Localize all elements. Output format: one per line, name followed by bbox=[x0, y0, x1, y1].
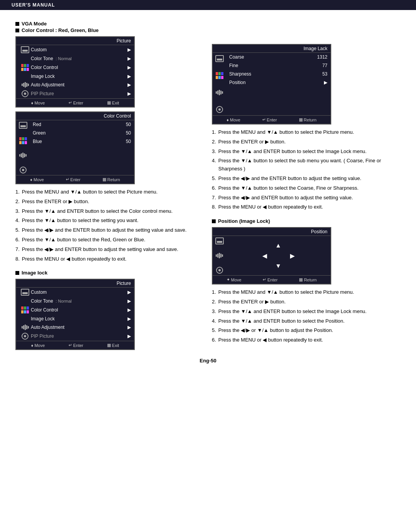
instruction-item: 1.Press the MENU and ▼/▲ button to selec… bbox=[212, 128, 401, 136]
position-title: Position (Image Lock) bbox=[212, 218, 401, 224]
menu-item-sharpness[interactable]: Sharpness 53 bbox=[226, 70, 330, 78]
instruction-item: 5.Press the ◀/▶ and the ENTER button to … bbox=[212, 175, 401, 183]
instruction-item: 1.Press the MENU and ▼/▲ button to selec… bbox=[15, 188, 200, 196]
menu-item-pip-picture-2[interactable]: PIP Picture ▶ bbox=[16, 332, 134, 341]
picture-icon-5 bbox=[214, 237, 225, 244]
position-menu-title: Position bbox=[213, 228, 330, 236]
menu-item-color-control[interactable]: Color Control ▶ bbox=[16, 63, 134, 72]
instruction-item: 6.Press the ▼/▲ button to select the Red… bbox=[15, 236, 200, 244]
menu-item-custom-2[interactable]: Custom ▶ bbox=[16, 288, 134, 297]
position-menu-box: Position bbox=[212, 227, 331, 285]
picture-icon-2 bbox=[17, 122, 29, 129]
left-column: VGA Mode Color Control : Red, Green, Blu… bbox=[15, 21, 200, 354]
menu-item-green[interactable]: Green 50 bbox=[30, 129, 134, 137]
color-icon-4 bbox=[214, 71, 225, 80]
instruction-item: 1.Press the MENU and ▼/▲ button to selec… bbox=[212, 288, 401, 296]
picture-icon bbox=[19, 46, 31, 53]
position-down-arrow[interactable]: ▼ bbox=[275, 263, 282, 269]
sound-icon-2 bbox=[17, 153, 29, 158]
instruction-item: 2.Press the ENTER or ▶ button. bbox=[212, 138, 401, 146]
color-control-instructions: 1.Press the MENU and ▼/▲ button to selec… bbox=[15, 188, 200, 263]
setup-icon bbox=[19, 90, 31, 97]
right-column: Image Lack bbox=[212, 21, 401, 354]
image-lack-menu-box: Image Lack bbox=[212, 44, 331, 125]
instruction-item: 3.Press the ▼/▲ and ENTER button to sele… bbox=[212, 308, 401, 316]
sound-icon bbox=[19, 82, 31, 88]
instruction-item: 7.Press the ◀/▶ and ENTER button to adju… bbox=[15, 246, 200, 254]
setup-icon-2 bbox=[17, 167, 29, 173]
instruction-item: 2.Press the ENTER or ▶ button. bbox=[212, 298, 401, 306]
color-icon bbox=[19, 64, 31, 71]
page: USER'S MANUAL VGA Mode Color Control : R… bbox=[0, 0, 416, 532]
sound-icon-5 bbox=[214, 253, 225, 258]
menu-item-image-lock-2[interactable]: Image Lock ▶ bbox=[16, 315, 134, 323]
setup-icon-5 bbox=[214, 267, 225, 274]
picture-menu-title: Picture bbox=[16, 37, 134, 45]
instruction-item: 7.Press the ◀/▶ and ENTER button to adju… bbox=[212, 194, 401, 202]
menu-item-color-control-2[interactable]: Color Control ▶ bbox=[16, 305, 134, 315]
instruction-item: 6.Press the MENU or ◀ button repeatedly … bbox=[212, 336, 401, 344]
instruction-item: 4.Press the ▼/▲ and ENTER button to sele… bbox=[212, 317, 401, 325]
bullet2 bbox=[15, 29, 19, 32]
header-bar: USER'S MANUAL bbox=[0, 0, 416, 10]
menu-item-position[interactable]: Position ▶ bbox=[226, 78, 330, 87]
menu-item-blue[interactable]: Blue 50 bbox=[30, 137, 134, 146]
color-control-footer: ♦ Move ↵ Enter ▦ Return bbox=[16, 175, 134, 184]
menu-item-coarse[interactable]: Coarse 1312 bbox=[226, 53, 330, 61]
page-number: Eng-50 bbox=[15, 354, 401, 367]
instruction-item: 4.Press the ▼/▲ button to select the sub… bbox=[212, 157, 401, 173]
sound-icon-4 bbox=[214, 88, 225, 97]
content: VGA Mode Color Control : Red, Green, Blu… bbox=[0, 17, 416, 375]
instruction-item: 8.Press the MENU or ◀ button repeatedly … bbox=[212, 203, 401, 211]
menu-item-image-lock[interactable]: Image Lock ▶ bbox=[16, 72, 134, 81]
position-lr-arrows: ◀ ▶ bbox=[262, 252, 295, 259]
image-lock-menu-footer: ♦ Move ↵ Enter ▦ Exit bbox=[16, 341, 134, 349]
header-title: USER'S MANUAL bbox=[12, 2, 55, 8]
picture-menu-box: Picture Custom ▶ Color Tone : Normal ▶ bbox=[15, 36, 135, 108]
image-lock-menu-box: Picture Custom ▶ Color Tone : Normal ▶ bbox=[15, 279, 135, 350]
instruction-item: 3.Press the ▼/▲ and ENTER button to sele… bbox=[212, 148, 401, 156]
color-control-menu-box: Color Control bbox=[15, 111, 135, 184]
sound-icon-3 bbox=[19, 325, 31, 330]
color-icon-2 bbox=[17, 137, 29, 144]
instruction-item: 6.Press the ▼/▲ button to select the Coa… bbox=[212, 184, 401, 192]
image-lack-footer: ♦ Move ↵ Enter ▦ Return bbox=[213, 115, 330, 124]
position-up-arrow[interactable]: ▲ bbox=[275, 242, 282, 249]
color-control-menu-title: Color Control bbox=[16, 112, 134, 120]
menu-item-custom[interactable]: Custom ▶ bbox=[16, 45, 134, 54]
vga-mode-title: VGA Mode bbox=[15, 21, 200, 27]
instruction-item: 5.Press the ◀/▶ and the ENTER button to … bbox=[15, 226, 200, 234]
instruction-item: 3.Press the ▼/▲ and ENTER button to sele… bbox=[15, 207, 200, 215]
setup-icon-3 bbox=[19, 333, 31, 340]
menu-item-color-tone[interactable]: Color Tone : Normal ▶ bbox=[16, 54, 134, 63]
menu-item-fine[interactable]: Fine 77 bbox=[226, 61, 330, 70]
menu-item-pip-picture[interactable]: PIP Picture ▶ bbox=[16, 89, 134, 98]
position-left-arrow[interactable]: ◀ bbox=[262, 252, 267, 259]
bullet bbox=[15, 22, 19, 26]
image-lock-menu-title: Picture bbox=[16, 279, 134, 288]
picture-icon-3 bbox=[19, 289, 31, 296]
menu-item-color-tone-2[interactable]: Color Tone : Normal ▶ bbox=[16, 297, 134, 305]
instruction-item: 8.Press the MENU or ◀ button repeatedly … bbox=[15, 255, 200, 263]
menu-item-auto-adjustment-2[interactable]: Auto Adjustment ▶ bbox=[16, 323, 134, 332]
picture-menu-footer: ♦ Move ↵ Enter ▦ Exit bbox=[16, 98, 134, 107]
color-control-title: Color Control : Red, Green, Blue bbox=[15, 27, 200, 33]
position-instructions: 1.Press the MENU and ▼/▲ button to selec… bbox=[212, 288, 401, 344]
color-icon-3 bbox=[19, 306, 31, 313]
menu-item-red[interactable]: Red 50 bbox=[30, 120, 134, 129]
image-lack-title: Image Lack bbox=[213, 45, 330, 53]
instruction-item: 4.Press the ▼/▲ button to select the set… bbox=[15, 217, 200, 225]
instruction-item: 5.Press the ◀/▶ or ▼/▲ button to adjust … bbox=[212, 327, 401, 335]
main-columns: VGA Mode Color Control : Red, Green, Blu… bbox=[15, 21, 401, 354]
image-lock-title: Image lock bbox=[15, 270, 200, 276]
image-lack-instructions: 1.Press the MENU and ▼/▲ button to selec… bbox=[212, 128, 401, 211]
position-right-arrow[interactable]: ▶ bbox=[290, 252, 295, 259]
picture-icon-4 bbox=[214, 54, 225, 63]
menu-item-auto-adjustment[interactable]: Auto Adjustment ▶ bbox=[16, 81, 134, 89]
instruction-item: 2.Press the ENTER or ▶ button. bbox=[15, 198, 200, 206]
setup-icon-4 bbox=[214, 105, 225, 114]
position-footer: ✦ Move ↵ Enter ▦ Return bbox=[213, 275, 330, 284]
